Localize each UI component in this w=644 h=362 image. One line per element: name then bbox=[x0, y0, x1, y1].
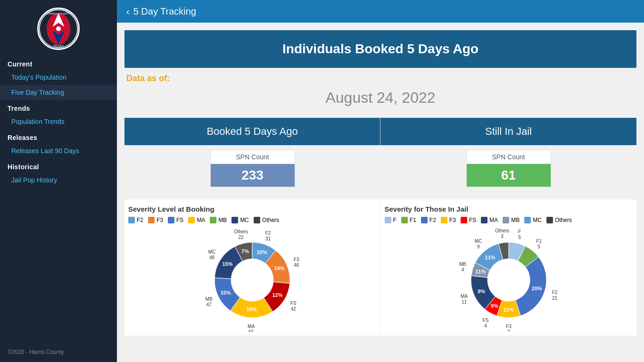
booked-spn-value: 233 bbox=[211, 164, 295, 187]
svg-text:9%: 9% bbox=[491, 303, 498, 309]
booked-spn-box: SPN Count 233 bbox=[210, 150, 295, 187]
legend-item: F1 bbox=[401, 217, 416, 223]
main-title: Individuals Booked 5 Days Ago bbox=[124, 30, 636, 68]
legend-item: MB bbox=[503, 217, 520, 223]
data-as-of: Data as of: bbox=[124, 74, 636, 83]
svg-text:7: 7 bbox=[507, 329, 510, 332]
svg-text:7%: 7% bbox=[242, 248, 249, 254]
legend-item: Others bbox=[546, 217, 572, 223]
legend-item: MC bbox=[231, 217, 249, 223]
legend-item: F2 bbox=[128, 217, 143, 223]
date-display: August 24, 2022 bbox=[124, 85, 636, 110]
svg-text:5: 5 bbox=[537, 244, 540, 249]
legend-item: F2 bbox=[421, 217, 436, 223]
left-donut-container: 10%F23114%F34612%FS4218%MA5515%MB4715%MC… bbox=[128, 228, 377, 332]
legend-item: MA bbox=[481, 217, 498, 223]
right-chart-title: Severity for Those In Jail bbox=[385, 205, 633, 213]
svg-text:MA: MA bbox=[461, 294, 468, 299]
charts-row: Severity Level at Booking F2F3FSMAMBMCOt… bbox=[124, 199, 636, 336]
svg-text:F2: F2 bbox=[552, 290, 557, 295]
svg-text:31: 31 bbox=[265, 236, 271, 241]
right-chart-legend: FF1F2F3FSMAMBMCOthers bbox=[385, 217, 633, 223]
topbar-title: 5 Day Tracking bbox=[133, 6, 196, 17]
sidebar-item-five-day-tracking[interactable]: Five Day Tracking bbox=[0, 85, 117, 100]
legend-item: FS bbox=[461, 217, 476, 223]
svg-text:Others: Others bbox=[495, 228, 509, 233]
svg-text:47: 47 bbox=[206, 302, 212, 307]
legend-item: F3 bbox=[441, 217, 456, 223]
svg-text:TEXAS: TEXAS bbox=[53, 44, 64, 48]
svg-text:MC: MC bbox=[475, 239, 482, 244]
legend-item: MC bbox=[524, 217, 542, 223]
svg-text:4: 4 bbox=[461, 267, 464, 272]
logo: TEXAS HARRIS COUNTY bbox=[37, 8, 80, 50]
sidebar-item-jail-pop-history[interactable]: Jail Pop History bbox=[0, 173, 117, 188]
right-chart: Severity for Those In Jail FF1F2F3FSMAMB… bbox=[380, 199, 637, 336]
svg-text:12%: 12% bbox=[272, 292, 283, 298]
svg-text:18%: 18% bbox=[247, 306, 257, 312]
sidebar-item-releases-last-90[interactable]: Releases Last 90 Days bbox=[0, 143, 117, 158]
jail-spn-label: SPN Count bbox=[467, 150, 551, 164]
svg-text:15%: 15% bbox=[221, 290, 231, 296]
left-chart-title: Severity Level at Booking bbox=[128, 205, 377, 213]
jail-spn-value: 61 bbox=[467, 164, 551, 187]
svg-text:48: 48 bbox=[209, 255, 215, 260]
svg-text:Others: Others bbox=[234, 229, 248, 234]
sidebar-footer: ©2020 - Harris County bbox=[0, 342, 117, 362]
left-chart-legend: F2F3FSMAMBMCOthers bbox=[128, 217, 377, 223]
svg-text:F1: F1 bbox=[536, 239, 542, 244]
svg-text:9%: 9% bbox=[478, 288, 485, 294]
topbar: ‹ 5 Day Tracking bbox=[117, 0, 644, 23]
svg-text:3: 3 bbox=[501, 234, 504, 239]
svg-text:10%: 10% bbox=[257, 249, 267, 255]
svg-text:4: 4 bbox=[484, 323, 487, 329]
section-label-historical: Historical bbox=[0, 158, 117, 173]
svg-text:9: 9 bbox=[477, 244, 480, 249]
section-headers: Booked 5 Days Ago SPN Count 233 Still In… bbox=[124, 118, 636, 192]
svg-text:5: 5 bbox=[518, 235, 521, 240]
section-label-trends: Trends bbox=[0, 100, 117, 114]
svg-text:11: 11 bbox=[462, 299, 467, 304]
svg-text:MA: MA bbox=[248, 324, 255, 329]
page-content: Individuals Booked 5 Days Ago Data as of… bbox=[117, 23, 644, 362]
svg-text:42: 42 bbox=[291, 306, 297, 312]
jail-header: Still In Jail bbox=[380, 118, 636, 145]
sidebar-item-todays-population[interactable]: Today's Population bbox=[0, 70, 117, 85]
svg-text:22: 22 bbox=[239, 235, 244, 240]
section-label-releases: Releases bbox=[0, 129, 117, 143]
svg-text:F: F bbox=[518, 229, 521, 234]
svg-text:MB: MB bbox=[206, 296, 213, 302]
logo-area: TEXAS HARRIS COUNTY bbox=[0, 0, 117, 56]
svg-text:11%: 11% bbox=[504, 307, 514, 313]
svg-text:MC: MC bbox=[208, 249, 216, 255]
section-label-current: Current bbox=[0, 56, 117, 70]
legend-item: MA bbox=[188, 217, 205, 223]
left-chart: Severity Level at Booking F2F3FSMAMBMCOt… bbox=[124, 199, 380, 336]
jail-spn-box: SPN Count 61 bbox=[466, 150, 551, 187]
svg-text:FS: FS bbox=[290, 301, 297, 306]
svg-text:15%: 15% bbox=[223, 261, 233, 267]
right-section: Still In Jail SPN Count 61 bbox=[380, 118, 636, 192]
legend-item: Others bbox=[254, 217, 279, 223]
svg-text:11%: 11% bbox=[485, 255, 495, 260]
svg-text:55: 55 bbox=[248, 329, 254, 332]
legend-item: FS bbox=[168, 217, 183, 223]
svg-text:MB: MB bbox=[459, 262, 466, 267]
svg-text:21: 21 bbox=[552, 296, 558, 301]
svg-text:F3: F3 bbox=[294, 257, 299, 262]
svg-text:46: 46 bbox=[294, 263, 299, 268]
sidebar-item-population-trends[interactable]: Population Trends bbox=[0, 114, 117, 129]
svg-text:FS: FS bbox=[482, 318, 488, 323]
left-section: Booked 5 Days Ago SPN Count 233 bbox=[124, 118, 380, 192]
svg-text:HARRIS COUNTY: HARRIS COUNTY bbox=[47, 12, 70, 15]
svg-point-4 bbox=[56, 26, 61, 31]
back-button[interactable]: ‹ bbox=[126, 6, 130, 17]
booked-header: Booked 5 Days Ago bbox=[124, 118, 380, 145]
sidebar: TEXAS HARRIS COUNTY Current Today's Popu… bbox=[0, 0, 117, 362]
main-content: ‹ 5 Day Tracking Individuals Booked 5 Da… bbox=[117, 0, 644, 362]
right-donut-container: F5F1520%F22111%F379%FS49%MA1111%MB411%MC… bbox=[385, 228, 633, 332]
svg-text:F2: F2 bbox=[265, 230, 271, 236]
svg-text:F3: F3 bbox=[506, 324, 512, 329]
svg-text:14%: 14% bbox=[274, 265, 285, 271]
legend-item: MB bbox=[210, 217, 227, 223]
